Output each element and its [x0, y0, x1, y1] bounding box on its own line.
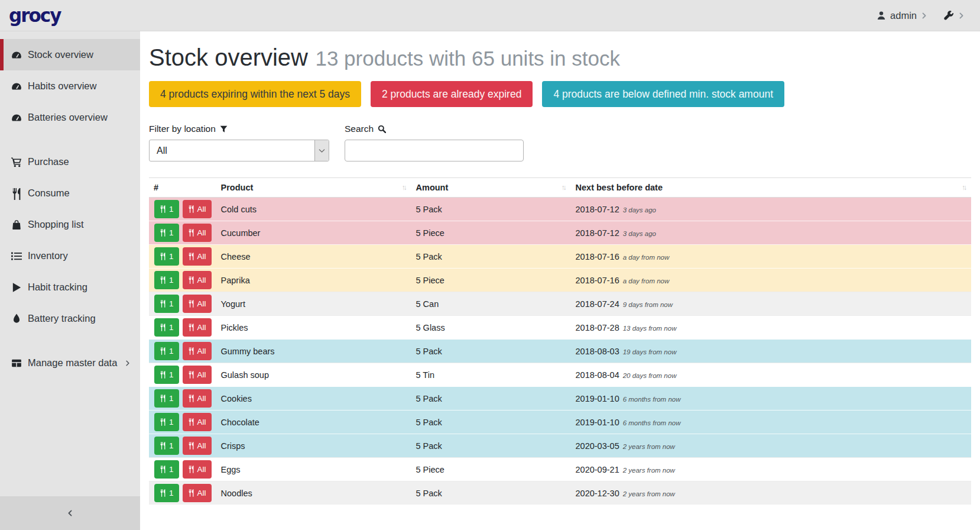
chevron-left-icon	[67, 509, 73, 518]
shopping-cart-icon	[11, 157, 22, 167]
consume-one-button[interactable]: 1	[154, 271, 179, 289]
sidebar-item-label: Batteries overview	[28, 112, 108, 123]
consume-one-button[interactable]: 1	[154, 318, 179, 337]
utensils-icon	[160, 300, 166, 308]
sidebar-item-battery-tracking[interactable]: Battery tracking	[0, 303, 140, 334]
sidebar-item-habits-overview[interactable]: Habits overview	[0, 70, 140, 102]
table-row: 1AllNoodles5 Pack2020-12-302 years from …	[149, 481, 971, 505]
consume-one-button[interactable]: 1	[154, 484, 179, 502]
user-menu[interactable]: admin	[877, 10, 927, 21]
consume-all-button[interactable]: All	[183, 366, 212, 384]
product-cell: Cookies	[216, 387, 411, 411]
consume-one-button[interactable]: 1	[154, 460, 179, 479]
consume-all-button[interactable]: All	[183, 247, 212, 266]
consume-all-button[interactable]: All	[183, 460, 212, 479]
sidebar-item-habit-tracking[interactable]: Habit tracking	[0, 272, 140, 303]
sort-icon[interactable]: ↑↓	[402, 183, 407, 192]
expired-products-badge[interactable]: 2 products are already expired	[371, 81, 533, 107]
sidebar-item-stock-overview[interactable]: Stock overview	[0, 39, 140, 70]
table-row: 1AllChocolate5 Pack2019-01-106 months fr…	[149, 411, 971, 434]
sidebar-item-label: Manage master data	[28, 357, 117, 369]
chevron-right-icon	[125, 359, 131, 367]
sidebar-item-manage-master-data[interactable]: Manage master data	[0, 347, 140, 379]
consume-all-button[interactable]: All	[183, 413, 212, 431]
table-row: 1AllYogurt5 Can2018-07-249 days from now	[149, 292, 971, 316]
best-before-cell: 2018-07-123 days ago	[571, 221, 971, 245]
consume-all-button[interactable]: All	[183, 295, 212, 313]
settings-menu[interactable]	[944, 11, 965, 21]
consume-all-button[interactable]: All	[183, 437, 212, 455]
stock-table: # Product↑↓ Amount↑↓ Next best before da…	[149, 177, 971, 505]
shopping-bag-icon	[11, 219, 22, 230]
table-row: 1AllPaprika5 Piece2018-07-16a day from n…	[149, 269, 971, 292]
amount-cell: 5 Piece	[411, 269, 571, 292]
location-filter-label-text: Filter by location	[149, 124, 216, 134]
sidebar-item-inventory[interactable]: Inventory	[0, 240, 140, 272]
best-before-cell: 2019-01-106 months from now	[571, 411, 971, 434]
chevron-down-icon	[314, 140, 329, 161]
search-icon	[378, 125, 386, 133]
location-select[interactable]: All	[149, 140, 329, 161]
column-header-product[interactable]: Product↑↓	[216, 178, 411, 198]
consume-all-button[interactable]: All	[183, 271, 212, 289]
consume-one-button[interactable]: 1	[154, 413, 179, 431]
top-bar: grocy admin	[0, 0, 980, 31]
consume-all-button[interactable]: All	[183, 224, 212, 242]
sidebar-collapse-button[interactable]	[0, 496, 140, 530]
utensils-icon	[160, 489, 166, 497]
expiring-products-badge[interactable]: 4 products expiring within the next 5 da…	[149, 81, 361, 107]
main-content: Stock overview 13 products with 65 units…	[140, 31, 980, 530]
column-header-amount[interactable]: Amount↑↓	[411, 178, 571, 198]
consume-all-button[interactable]: All	[183, 318, 212, 337]
consume-one-button[interactable]: 1	[154, 200, 179, 218]
consume-one-button[interactable]: 1	[154, 437, 179, 455]
wrench-icon	[944, 11, 954, 21]
sidebar-item-batteries-overview[interactable]: Batteries overview	[0, 102, 140, 133]
utensils-icon	[188, 395, 194, 402]
consume-one-button[interactable]: 1	[154, 295, 179, 313]
sidebar-item-shopping-list[interactable]: Shopping list	[0, 209, 140, 240]
consume-all-button[interactable]: All	[183, 342, 212, 360]
product-cell: Gulash soup	[216, 363, 411, 387]
sidebar-item-label: Habit tracking	[28, 282, 87, 293]
product-cell: Eggs	[216, 458, 411, 481]
consume-all-button[interactable]: All	[183, 389, 212, 408]
consume-one-button[interactable]: 1	[154, 247, 179, 266]
user-label: admin	[890, 10, 917, 21]
utensils-icon	[188, 229, 194, 237]
consume-all-button[interactable]: All	[183, 200, 212, 218]
amount-cell: 5 Piece	[411, 221, 571, 245]
app-logo[interactable]: grocy	[9, 6, 60, 25]
amount-cell: 5 Pack	[411, 340, 571, 363]
amount-cell: 5 Can	[411, 292, 571, 316]
location-filter-group: Filter by location All	[149, 124, 329, 161]
consume-one-button[interactable]: 1	[154, 366, 179, 384]
consume-one-button[interactable]: 1	[154, 342, 179, 360]
consume-one-button[interactable]: 1	[154, 224, 179, 242]
row-actions-cell: 1All	[149, 316, 216, 340]
below-min-stock-badge[interactable]: 4 products are below defined min. stock …	[542, 81, 784, 107]
amount-cell: 5 Pack	[411, 245, 571, 269]
row-actions-cell: 1All	[149, 292, 216, 316]
sidebar-item-label: Battery tracking	[28, 313, 96, 324]
sort-icon[interactable]: ↑↓	[962, 183, 966, 192]
sidebar-item-purchase[interactable]: Purchase	[0, 146, 140, 177]
column-header-best-before[interactable]: Next best before date↑↓	[571, 178, 971, 198]
utensils-icon	[188, 253, 194, 260]
sort-icon[interactable]: ↑↓	[562, 183, 566, 192]
table-row: 1AllGummy bears5 Pack2018-08-0319 days f…	[149, 340, 971, 363]
search-input[interactable]	[345, 140, 524, 161]
consume-one-button[interactable]: 1	[154, 389, 179, 408]
row-actions-cell: 1All	[149, 363, 216, 387]
location-select-value: All	[157, 146, 167, 156]
sidebar-item-consume[interactable]: Consume	[0, 177, 140, 209]
table-row: 1AllEggs5 Piece2020-09-212 years from no…	[149, 458, 971, 481]
consume-all-button[interactable]: All	[183, 484, 212, 502]
stock-table-body: 1AllCold cuts5 Pack2018-07-123 days ago1…	[149, 198, 971, 505]
amount-cell: 5 Glass	[411, 316, 571, 340]
best-before-cell: 2018-07-2813 days from now	[571, 316, 971, 340]
row-actions-cell: 1All	[149, 221, 216, 245]
amount-cell: 5 Pack	[411, 198, 571, 221]
best-before-cell: 2018-07-16a day from now	[571, 269, 971, 292]
utensils-icon	[160, 205, 166, 213]
